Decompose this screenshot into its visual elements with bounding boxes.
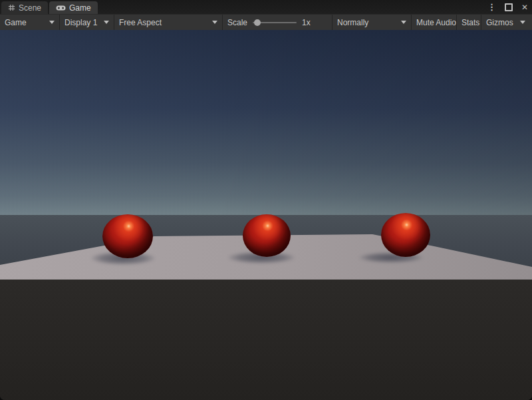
game-view-type-dropdown[interactable]: Game bbox=[0, 15, 60, 30]
close-icon[interactable]: ✕ bbox=[521, 3, 528, 11]
chevron-down-icon bbox=[212, 21, 217, 24]
window-controls: ⋮ ✕ bbox=[487, 0, 528, 14]
red-sphere-1 bbox=[102, 214, 153, 258]
tab-scene-label: Scene bbox=[19, 3, 41, 13]
play-mode-label: Normally bbox=[337, 18, 368, 27]
skybox-sky-shading bbox=[0, 30, 532, 215]
stats-label: Stats bbox=[462, 18, 479, 27]
mute-audio-button[interactable]: Mute Audio bbox=[412, 15, 457, 30]
tab-game[interactable]: Game bbox=[49, 1, 98, 14]
chevron-down-icon bbox=[49, 21, 55, 24]
aspect-ratio-label: Free Aspect bbox=[119, 18, 162, 27]
scale-slider[interactable] bbox=[253, 19, 297, 27]
scale-slider-knob[interactable] bbox=[254, 19, 261, 26]
tab-game-label: Game bbox=[69, 3, 91, 13]
game-view-toolbar: Game Display 1 Free Aspect Scale 1x Norm… bbox=[0, 14, 532, 30]
aspect-ratio-dropdown[interactable]: Free Aspect bbox=[114, 15, 223, 30]
tab-scene[interactable]: Scene bbox=[1, 1, 48, 14]
red-sphere-3 bbox=[381, 213, 430, 257]
red-sphere-2 bbox=[243, 214, 291, 257]
display-label: Display 1 bbox=[65, 18, 97, 27]
scale-control: Scale 1x bbox=[223, 15, 332, 30]
chevron-down-icon bbox=[104, 21, 109, 24]
chevron-down-icon bbox=[401, 21, 406, 24]
display-dropdown[interactable]: Display 1 bbox=[60, 15, 114, 30]
gizmos-label: Gizmos bbox=[486, 18, 513, 27]
mute-audio-label: Mute Audio bbox=[416, 18, 456, 27]
kebab-menu-icon[interactable]: ⋮ bbox=[487, 3, 496, 11]
play-mode-dropdown[interactable]: Normally bbox=[332, 15, 412, 30]
gizmos-dropdown[interactable]: Gizmos bbox=[481, 15, 530, 30]
maximize-icon[interactable] bbox=[505, 3, 513, 11]
grid-icon bbox=[8, 4, 15, 11]
stats-button[interactable]: Stats bbox=[457, 15, 481, 30]
gamepad-icon bbox=[56, 4, 66, 11]
chevron-down-icon bbox=[520, 21, 525, 24]
tab-bar: Scene Game ⋮ ✕ bbox=[0, 0, 532, 14]
game-render-viewport[interactable] bbox=[0, 30, 532, 400]
foreground-dark-area bbox=[0, 279, 532, 400]
game-view-type-label: Game bbox=[5, 18, 27, 27]
scale-value: 1x bbox=[302, 18, 311, 27]
scale-label: Scale bbox=[227, 18, 247, 27]
unity-game-view-window: Scene Game ⋮ ✕ Game Display 1 bbox=[0, 0, 532, 400]
